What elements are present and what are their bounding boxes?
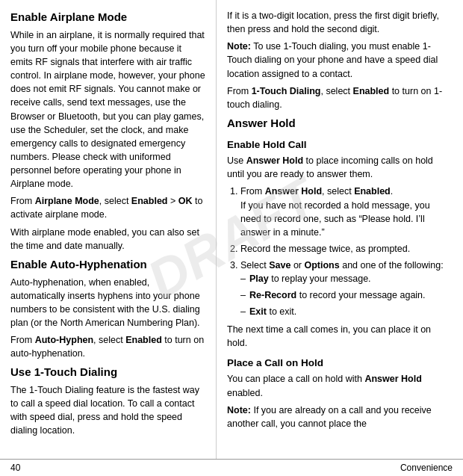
- auto-hyphen-bold2: Enabled: [125, 335, 162, 345]
- airplane-mode-instruction1: From Airplane Mode, select Enabled > OK …: [10, 194, 205, 221]
- answer-hold-title: Answer Hold: [227, 115, 453, 132]
- one-touch-continued-body1: If it is a two-digit location, press the…: [227, 9, 453, 36]
- one-touch-bold2: Enabled: [353, 86, 390, 96]
- enable-hold-call-body2: The next time a call comes in, you can p…: [227, 323, 453, 350]
- one-touch-instruction: From 1-Touch Dialing, select Enabled to …: [227, 84, 453, 111]
- airplane-mode-body2: With airplane mode enabled, you can also…: [10, 226, 205, 253]
- one-touch-dialing-body1: The 1-Touch Dialing feature is the faste…: [10, 383, 205, 438]
- airplane-mode-bold3: OK: [178, 196, 193, 206]
- place-call-bold1: Answer Hold: [364, 374, 421, 384]
- airplane-mode-body1: While in an airplane, it is normally req…: [10, 28, 205, 191]
- step3-options-list: Play to replay your message. Re-Record t…: [240, 272, 453, 318]
- page-container: DRAFT Enable Airplane Mode While in an a…: [0, 0, 463, 476]
- one-touch-note-label: Note:: [227, 41, 251, 52]
- footer-bar: 40 Convenience: [0, 459, 463, 476]
- option-rerecord: Re-Record to record your message again.: [240, 288, 453, 302]
- step1-bold2: Enabled: [354, 186, 391, 197]
- step-3: Select Save or Options and one of the fo…: [240, 259, 453, 319]
- step-2: Record the message twice, as prompted.: [240, 242, 453, 256]
- place-call-note-label: Note:: [227, 405, 251, 415]
- content-area: Enable Airplane Mode While in an airplan…: [0, 0, 463, 459]
- page-number: 40: [10, 463, 20, 473]
- auto-hyphen-bold1: Auto-Hyphen: [35, 335, 93, 345]
- step3-save: Save: [269, 260, 290, 271]
- enable-hold-call-body1: Use Answer Hold to place incoming calls …: [227, 154, 453, 181]
- one-touch-dialing-title: Use 1-Touch Dialing: [10, 364, 205, 380]
- one-touch-note-text: To use 1-Touch dialing, you must enable …: [227, 41, 438, 78]
- place-call-note-text: If you are already on a call and you rec…: [227, 405, 432, 429]
- option-play: Play to replay your message.: [240, 272, 453, 285]
- step3-options: Options: [304, 260, 339, 271]
- section-label: Convenience: [400, 463, 453, 473]
- airplane-mode-bold1: Airplane Mode: [35, 196, 99, 206]
- airplane-mode-title: Enable Airplane Mode: [10, 9, 205, 25]
- auto-hyphenation-instruction1: From Auto-Hyphen, select Enabled to turn…: [10, 333, 205, 360]
- place-call-on-hold-subtitle: Place a Call on Hold: [227, 356, 453, 371]
- place-call-on-hold-body1: You can place a call on hold with Answer…: [227, 372, 453, 399]
- step1-bold1: Answer Hold: [265, 186, 322, 197]
- left-column: Enable Airplane Mode While in an airplan…: [0, 0, 217, 459]
- airplane-mode-bold2: Enabled: [131, 196, 168, 206]
- one-touch-bold1: 1-Touch Dialing: [252, 86, 321, 96]
- right-column: If it is a two-digit location, press the…: [217, 0, 463, 459]
- answer-hold-bold1: Answer Hold: [246, 155, 303, 166]
- enable-hold-call-steps: From Answer Hold, select Enabled. If you…: [227, 185, 453, 318]
- one-touch-note: Note: To use 1-Touch dialing, you must e…: [227, 40, 453, 80]
- place-call-note: Note: If you are already on a call and y…: [227, 404, 453, 430]
- auto-hyphenation-title: Enable Auto-Hyphenation: [10, 256, 205, 273]
- enable-hold-call-subtitle: Enable Hold Call: [227, 137, 453, 152]
- option-exit: Exit to exit.: [240, 305, 453, 318]
- auto-hyphenation-body1: Auto-hyphenation, when enabled, automati…: [10, 276, 205, 330]
- step-1: From Answer Hold, select Enabled. If you…: [240, 185, 453, 239]
